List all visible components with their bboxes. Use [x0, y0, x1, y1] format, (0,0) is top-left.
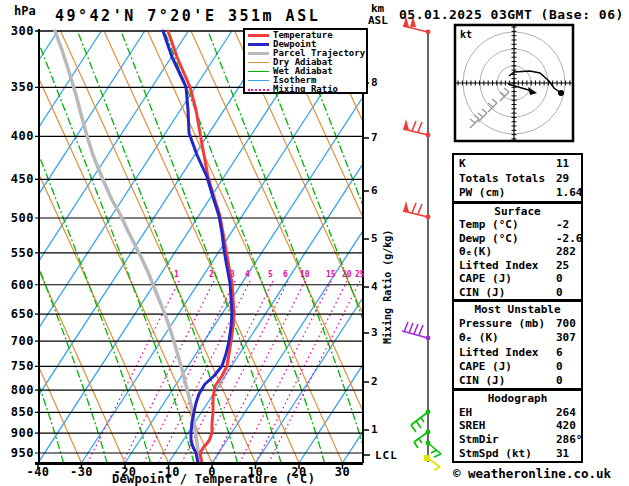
copyright: © weatheronline.co.uk [453, 466, 611, 481]
temp-tick-label: -20 [107, 465, 143, 479]
wind-barb-column [402, 16, 441, 470]
pressure-tick-label: 450 [4, 172, 34, 186]
table-row-label: Totals Totals [459, 172, 556, 185]
pressure-tick-label: 550 [4, 246, 34, 260]
temp-tick-label: -40 [20, 465, 56, 479]
table-row: Temp (°C)-2 [454, 218, 581, 231]
temp-tick-label: -10 [151, 465, 187, 479]
table-title: Most Unstable [454, 303, 581, 316]
pressure-tick-label: 300 [4, 24, 34, 38]
table-row: CIN (J)0 [454, 374, 581, 387]
pressure-tick-label: 350 [4, 80, 34, 94]
lcl-label: LCL [375, 449, 398, 462]
table-row-value: 282 [556, 245, 576, 258]
table-row-label: CIN (J) [459, 286, 556, 299]
table-row-value: 1.64 [556, 186, 583, 199]
table-row-value: 25 [556, 259, 576, 272]
legend-swatch-dry-adiabat [248, 62, 269, 63]
legend-swatch-mixing-ratio [248, 89, 269, 91]
temp-tick-label: 10 [238, 465, 274, 479]
mixing-ratio-value-label: 4 [245, 270, 250, 279]
table-row-value: 31 [556, 447, 576, 460]
mixing-ratio-value-label: 6 [283, 270, 288, 279]
table-row-label: SREH [459, 419, 556, 432]
table-row-value: -2.6 [556, 232, 583, 245]
surface-table: SurfaceTemp (°C)-2Dewp (°C)-2.6θₑ(K)282L… [452, 202, 583, 301]
table-row-label: Dewp (°C) [459, 232, 556, 245]
table-row: Dewp (°C)-2.6 [454, 232, 581, 245]
pressure-tick-label: 800 [4, 383, 34, 397]
legend-swatch-isotherm [248, 80, 269, 81]
legend-item: Mixing Ratio [245, 85, 366, 94]
table-title: Hodograph [454, 392, 581, 405]
table-row-value: 700 [556, 317, 576, 330]
table-row: SREH420 [454, 419, 581, 432]
table-row: Pressure (mb)700 [454, 317, 581, 330]
km-tick-label: 2 [371, 375, 378, 388]
legend-swatch-dewpoint [248, 43, 269, 46]
temp-tick-label: 30 [325, 465, 361, 479]
table-row-label: K [459, 157, 556, 170]
table-row-label: EH [459, 406, 556, 419]
mixing-ratio-value-label: 2 [209, 270, 214, 279]
hodograph-panel [455, 25, 573, 141]
table-row: Totals Totals29 [454, 172, 581, 185]
mixing-ratio-axis-label: Mixing Ratio (g/kg) [382, 230, 393, 344]
hodograph-unit-label: kt [460, 29, 472, 40]
table-row: CAPE (J)0 [454, 360, 581, 373]
table-row-label: PW (cm) [459, 186, 556, 199]
table-row: θₑ(K)282 [454, 245, 581, 258]
km-tick-label: 3 [371, 326, 378, 339]
table-row-value: 307 [556, 331, 576, 344]
pressure-unit-label: hPa [14, 4, 36, 18]
table-row-value: 286° [556, 433, 583, 446]
station-title: 49°42'N 7°20'E 351m ASL [55, 7, 320, 25]
datetime-title: 05.01.2025 03GMT (Base: 06) [399, 7, 624, 22]
table-row-value: 6 [556, 346, 576, 359]
table-row-label: Lifted Index [459, 259, 556, 272]
pressure-tick-label: 850 [4, 405, 34, 419]
table-row-value: 0 [556, 360, 576, 373]
km-tick-label: 1 [371, 423, 378, 436]
pressure-tick-label: 700 [4, 334, 34, 348]
table-row-value: 29 [556, 172, 576, 185]
indices-table: K11Totals Totals29PW (cm)1.64 [452, 153, 583, 203]
legend-swatch-temperature [248, 34, 269, 37]
legend-label: Mixing Ratio [273, 85, 338, 94]
table-row-value: -2 [556, 218, 576, 231]
table-row-label: CIN (J) [459, 374, 556, 387]
table-row: CIN (J)0 [454, 286, 581, 299]
temp-tick-label: 20 [281, 465, 317, 479]
table-row-value: 0 [556, 374, 576, 387]
legend-swatch-parcel-trajectory [248, 52, 269, 55]
table-title: Surface [454, 205, 581, 218]
pressure-tick-label: 600 [4, 278, 34, 292]
table-row-value: 0 [556, 272, 576, 285]
table-row: StmDir286° [454, 433, 581, 446]
pressure-tick-label: 750 [4, 359, 34, 373]
table-row-label: CAPE (J) [459, 272, 556, 285]
table-row: EH264 [454, 406, 581, 419]
hodograph-table: HodographEH264SREH420StmDir286°StmSpd (k… [452, 389, 583, 463]
km-tick-label: 6 [371, 184, 378, 197]
pressure-tick-label: 500 [4, 211, 34, 225]
skewt-sounding-screenshot: hPa 49°42'N 7°20'E 351m ASL 05.01.2025 0… [0, 0, 629, 486]
sounding-curves [55, 31, 234, 463]
mixing-ratio-value-label: 25 [355, 270, 365, 279]
most-unstable-table: Most UnstablePressure (mb)700θₑ (K)307Li… [452, 300, 583, 390]
pressure-tick-label: 650 [4, 307, 34, 321]
altitude-unit-asl: ASL [368, 14, 388, 27]
mixing-ratio-value-label: 15 [326, 270, 336, 279]
table-row-label: θₑ (K) [459, 331, 556, 344]
table-row: Lifted Index6 [454, 346, 581, 359]
table-row: StmSpd (kt)31 [454, 447, 581, 460]
table-row-label: Pressure (mb) [459, 317, 556, 330]
km-tick-label: 8 [371, 76, 378, 89]
table-row-label: Temp (°C) [459, 218, 556, 231]
table-row-value: 420 [556, 419, 576, 432]
table-row-label: CAPE (J) [459, 360, 556, 373]
table-row-label: StmDir [459, 433, 556, 446]
table-row: CAPE (J)0 [454, 272, 581, 285]
pressure-tick-label: 900 [4, 426, 34, 440]
mixing-ratio-value-label: 10 [300, 270, 310, 279]
